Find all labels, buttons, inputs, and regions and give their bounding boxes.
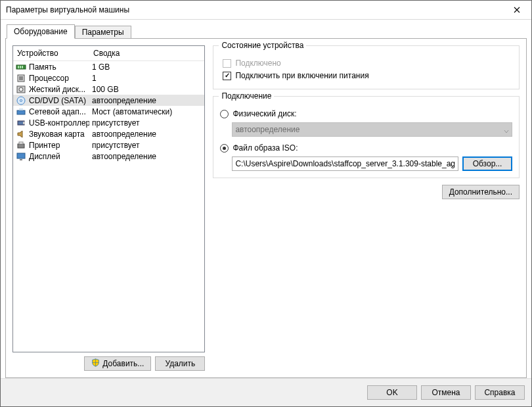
- add-device-button[interactable]: Добавить...: [84, 356, 151, 371]
- device-summary: присутствует: [89, 118, 204, 128]
- cd-icon: [16, 95, 26, 106]
- device-name: Процессор: [29, 74, 89, 83]
- device-name: Жесткий диск...: [29, 85, 89, 94]
- close-icon: [514, 7, 520, 13]
- iso-file-radio[interactable]: [220, 144, 229, 153]
- device-buttons: Добавить... Удалить: [12, 356, 205, 371]
- iso-path-combo[interactable]: C:\Users\Aspire\Downloads\staffcop_serve…: [232, 156, 458, 171]
- device-summary: 1 GB: [89, 62, 204, 72]
- physical-disk-value: автоопределение: [235, 125, 299, 134]
- tabs-area: Оборудование Параметры Устройство Сводка…: [1, 20, 531, 378]
- header-summary[interactable]: Сводка: [89, 49, 204, 58]
- device-list[interactable]: Устройство Сводка Память1 GBПроцессор1Же…: [12, 45, 205, 352]
- remove-device-label: Удалить: [165, 359, 195, 368]
- printer-icon: [16, 140, 26, 151]
- device-row-display[interactable]: Дисплейавтоопределение: [13, 151, 204, 162]
- svg-point-7: [19, 87, 23, 91]
- browse-button[interactable]: Обзор...: [462, 156, 512, 171]
- connection-group: Подключение Физический диск: автоопредел…: [213, 96, 520, 178]
- physical-disk-label: Физический диск:: [233, 109, 296, 118]
- device-name: Принтер: [29, 141, 89, 150]
- advanced-label: Дополнительно...: [449, 187, 512, 197]
- device-summary: автоопределение: [89, 152, 204, 161]
- iso-file-row[interactable]: Файл образа ISO:: [220, 142, 512, 154]
- device-summary: автоопределение: [89, 96, 204, 105]
- svg-rect-1: [18, 66, 19, 68]
- advanced-button[interactable]: Дополнительно...: [442, 185, 520, 199]
- remove-device-button[interactable]: Удалить: [155, 356, 205, 371]
- svg-rect-16: [17, 153, 25, 158]
- iso-path-row: C:\Users\Aspire\Downloads\staffcop_serve…: [220, 156, 512, 171]
- window-title: Параметры виртуальной машины: [6, 5, 502, 14]
- tab-options[interactable]: Параметры: [75, 26, 131, 38]
- device-row-net[interactable]: Сетевой адап...Мост (автоматически): [13, 106, 204, 117]
- physical-disk-combo-wrap: автоопределение: [220, 122, 512, 137]
- cpu-icon: [16, 73, 26, 84]
- cancel-button[interactable]: Отмена: [421, 385, 471, 400]
- device-status-group: Состояние устройства Подключено Подключи…: [213, 45, 520, 89]
- physical-disk-row[interactable]: Физический диск:: [220, 108, 512, 120]
- svg-rect-3: [22, 66, 23, 68]
- shield-icon: [91, 358, 100, 369]
- right-column: Состояние устройства Подключено Подключи…: [213, 45, 520, 371]
- physical-disk-radio[interactable]: [220, 110, 229, 118]
- device-status-title: Состояние устройства: [219, 41, 306, 50]
- device-summary: 1: [89, 74, 204, 83]
- device-name: Дисплей: [29, 152, 89, 161]
- client-area: Оборудование Параметры Устройство Сводка…: [1, 20, 531, 406]
- device-list-body: Память1 GBПроцессор1Жесткий диск...100 G…: [13, 61, 204, 352]
- connect-on-power-checkbox[interactable]: [223, 72, 231, 80]
- connect-on-power-row[interactable]: Подключить при включении питания: [223, 70, 512, 82]
- help-button[interactable]: Справка: [475, 385, 525, 400]
- left-column: Устройство Сводка Память1 GBПроцессор1Же…: [12, 45, 205, 371]
- display-icon: [16, 151, 26, 162]
- device-row-printer[interactable]: Принтерприсутствует: [13, 139, 204, 151]
- ok-label: OK: [386, 388, 397, 397]
- tab-hardware[interactable]: Оборудование: [7, 24, 75, 39]
- tab-hardware-label: Оборудование: [14, 27, 68, 36]
- device-name: Звуковая карта: [29, 130, 89, 139]
- svg-rect-14: [18, 144, 24, 148]
- titlebar: Параметры виртуальной машины: [1, 1, 531, 20]
- device-row-cd[interactable]: CD/DVD (SATA)автоопределение: [13, 95, 204, 106]
- ok-button[interactable]: OK: [367, 385, 417, 400]
- dialog-footer: OK Отмена Справка: [1, 378, 531, 406]
- connection-title: Подключение: [219, 91, 274, 101]
- device-row-memory[interactable]: Память1 GB: [13, 61, 204, 72]
- close-button[interactable]: [502, 1, 531, 19]
- header-device[interactable]: Устройство: [13, 49, 89, 58]
- device-row-hdd[interactable]: Жесткий диск...100 GB: [13, 84, 204, 95]
- browse-label: Обзор...: [473, 159, 502, 168]
- device-name: CD/DVD (SATA): [29, 96, 89, 105]
- sound-icon: [16, 129, 26, 139]
- svg-rect-2: [20, 66, 21, 68]
- svg-rect-17: [20, 159, 22, 160]
- chevron-down-icon: [504, 127, 509, 132]
- advanced-row: Дополнительно...: [213, 185, 520, 199]
- iso-file-label: Файл образа ISO:: [233, 143, 298, 153]
- device-summary: автоопределение: [89, 130, 204, 139]
- device-row-cpu[interactable]: Процессор1: [13, 72, 204, 84]
- connected-label: Подключено: [235, 59, 280, 68]
- svg-point-9: [20, 99, 22, 101]
- tabstrip: Оборудование Параметры: [7, 24, 527, 38]
- svg-rect-15: [19, 142, 23, 144]
- chevron-down-icon[interactable]: [450, 161, 455, 166]
- device-summary: Мост (автоматически): [89, 107, 204, 116]
- device-name: USB-контроллер: [29, 118, 89, 128]
- hdd-icon: [16, 84, 26, 95]
- device-name: Память: [29, 62, 89, 72]
- tab-options-label: Параметры: [82, 28, 124, 37]
- net-icon: [16, 107, 26, 117]
- device-row-usb[interactable]: USB-контроллерприсутствует: [13, 117, 204, 128]
- connected-row: Подключено: [223, 57, 512, 69]
- device-summary: 100 GB: [89, 85, 204, 94]
- memory-icon: [16, 62, 26, 72]
- physical-disk-combo: автоопределение: [232, 122, 512, 137]
- svg-rect-10: [17, 110, 25, 114]
- add-device-label: Добавить...: [102, 359, 144, 368]
- tab-panel-hardware: Устройство Сводка Память1 GBПроцессор1Же…: [5, 38, 527, 378]
- device-summary: присутствует: [89, 141, 204, 150]
- iso-path-value: C:\Users\Aspire\Downloads\staffcop_serve…: [235, 159, 455, 168]
- device-row-sound[interactable]: Звуковая картаавтоопределение: [13, 128, 204, 139]
